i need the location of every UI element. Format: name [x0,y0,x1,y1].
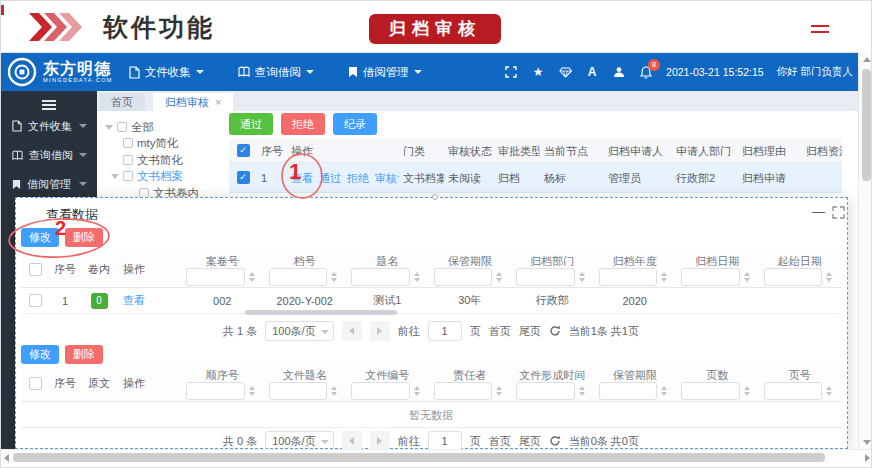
filter-input[interactable] [351,268,410,286]
sort-icon[interactable] [744,272,750,282]
page-number-input[interactable] [428,321,462,341]
user-icon[interactable] [612,65,626,79]
select-all-checkbox[interactable] [29,263,42,276]
filter-input[interactable] [681,382,740,400]
expand-icon[interactable] [832,205,845,223]
filter-input[interactable] [681,268,740,286]
sort-icon[interactable] [579,272,585,282]
tree-item-all[interactable]: 全部 [105,120,154,134]
last-page-link[interactable]: 尾页 [519,324,541,339]
nav-item-borrow-manage[interactable]: 借阅管理 [348,65,422,80]
tree-expand-icon[interactable] [105,125,113,130]
approve-link[interactable]: 通过 [319,172,341,184]
horizontal-scroll-thumb[interactable] [13,453,825,462]
sidebar-item-query-borrow[interactable]: 查询借阅 [1,147,97,163]
sort-icon[interactable] [826,386,832,396]
sort-icon[interactable] [249,272,255,282]
font-size-icon[interactable]: A [585,65,599,79]
tree-checkbox[interactable] [123,155,133,165]
bell-icon[interactable]: 8 [639,65,653,79]
approve-button[interactable]: 通过 [229,113,273,135]
table-scrollbar[interactable] [245,310,397,315]
modify-button[interactable]: 修改 [21,345,59,364]
tree-item-wenshu-dangan[interactable]: 文书档案 [111,169,183,183]
page-number-input[interactable] [428,431,462,451]
review-record-link[interactable]: 审核记录 [375,172,399,184]
filter-input[interactable] [269,268,328,286]
prev-page-button[interactable] [342,431,362,451]
filter-input[interactable] [764,268,823,286]
collapse-menu-icon[interactable] [42,100,56,112]
sort-icon[interactable] [331,386,337,396]
horizontal-scrollbar[interactable] [1,449,872,465]
row-checkbox[interactable]: ✓ [237,171,250,184]
nav-item-file-collect[interactable]: 文件收集 [129,65,204,80]
tree-checkbox[interactable] [123,171,133,181]
tab-home[interactable]: 首页 [99,93,145,111]
sort-icon[interactable] [579,386,585,396]
scroll-up-icon[interactable] [863,57,871,62]
modify-button[interactable]: 修改 [21,228,59,247]
record-button[interactable]: 纪录 [333,113,377,135]
filter-input[interactable] [599,268,658,286]
vertical-scroll-thumb[interactable] [862,69,871,181]
row-checkbox[interactable] [29,294,42,307]
sort-icon[interactable] [331,272,337,282]
tree-checkbox[interactable] [117,122,127,132]
sort-icon[interactable] [661,386,667,396]
filter-input[interactable] [516,268,575,286]
sort-icon[interactable] [496,272,502,282]
filter-input[interactable] [269,382,328,400]
filter-input[interactable] [516,382,575,400]
last-page-link[interactable]: 尾页 [519,434,541,449]
refresh-icon[interactable] [549,325,561,337]
sidebar-item-borrow-manage[interactable]: 借阅管理 [1,176,97,192]
reject-link[interactable]: 拒绝 [347,172,369,184]
minimize-icon[interactable]: — [812,204,826,219]
filter-input[interactable] [186,382,245,400]
select-all-checkbox[interactable]: ✓ [237,144,250,157]
sort-icon[interactable] [661,272,667,282]
fullscreen-icon[interactable] [504,65,518,79]
view-link[interactable]: 查看 [123,294,145,306]
delete-button[interactable]: 删除 [65,345,103,364]
first-page-link[interactable]: 首页 [489,324,511,339]
volume-table-row[interactable]: 1 0 查看 002 2020-Y-002 测试1 30年 行政部 2020 [21,288,841,314]
brand[interactable]: 东方明德 MINGDEDATA.COM [7,57,113,87]
refresh-icon[interactable] [549,435,561,447]
filter-input[interactable] [186,268,245,286]
next-page-button[interactable] [370,431,390,451]
filter-input[interactable] [599,382,658,400]
next-page-button[interactable] [370,321,390,341]
filter-input[interactable] [434,268,493,286]
delete-button[interactable]: 删除 [65,228,103,247]
vertical-scrollbar[interactable] [858,53,872,449]
page-size-select[interactable]: 100条/页 [265,321,333,341]
menu-icon[interactable] [811,25,829,35]
gem-icon[interactable] [558,65,572,79]
tree-item-mty[interactable]: mty简化 [123,136,179,150]
first-page-link[interactable]: 首页 [489,434,511,449]
tab-archive-review[interactable]: 归档审核 × [153,93,233,111]
prev-page-button[interactable] [342,321,362,341]
sort-icon[interactable] [826,272,832,282]
close-icon[interactable]: × [215,93,221,111]
sort-icon[interactable] [744,386,750,396]
filter-input[interactable] [764,382,823,400]
sort-icon[interactable] [414,386,420,396]
view-link[interactable]: 查看 [291,172,313,184]
sort-icon[interactable] [496,386,502,396]
page-size-select[interactable]: 100条/页 [265,431,333,451]
tree-expand-icon[interactable] [111,174,119,179]
sort-icon[interactable] [414,272,420,282]
tree-checkbox[interactable] [123,138,133,148]
tree-item-wenshu-jianhua[interactable]: 文书简化 [123,153,183,167]
nav-item-query-borrow[interactable]: 查询借阅 [238,65,314,80]
review-table-row[interactable]: ✓ 1 查看通过拒绝审核记录 文书档案 未阅读 归档 杨标 管理员 行政部2 归… [229,163,842,193]
star-icon[interactable]: ★ [531,65,545,79]
select-all-checkbox[interactable] [29,377,42,390]
sidebar-item-file-collect[interactable]: 文件收集 [1,118,97,134]
filter-input[interactable] [351,382,410,400]
resize-handle[interactable] [432,194,438,200]
scroll-right-icon[interactable] [865,454,870,462]
